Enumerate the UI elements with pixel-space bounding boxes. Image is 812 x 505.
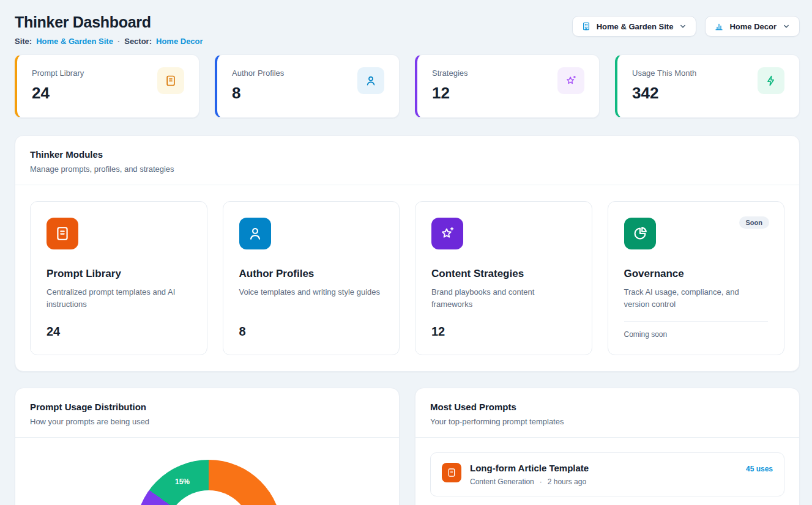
module-card-content-strategies[interactable]: Content Strategies Brand playbooks and c… bbox=[415, 201, 592, 355]
module-title: Content Strategies bbox=[431, 268, 576, 280]
modules-grid: Prompt Library Centralized prompt templa… bbox=[15, 185, 799, 371]
module-title: Author Profiles bbox=[239, 268, 384, 280]
breadcrumb: Site: Home & Garden Site · Sector: Home … bbox=[15, 37, 203, 46]
divider bbox=[624, 321, 769, 322]
module-count: 12 bbox=[431, 325, 576, 339]
donut-chart: 15% bbox=[15, 438, 399, 505]
prompt-item-meta: Content Generation · 2 hours ago bbox=[470, 477, 589, 486]
user-icon bbox=[357, 67, 384, 94]
dashboard-page: Thinker Dashboard Site: Home & Garden Si… bbox=[0, 0, 812, 505]
modules-subtitle: Manage prompts, profiles, and strategies bbox=[30, 164, 784, 174]
sector-selector-value: Home Decor bbox=[729, 22, 777, 31]
lightning-bolt-icon bbox=[758, 67, 784, 94]
site-link[interactable]: Home & Garden Site bbox=[36, 37, 113, 46]
chevron-down-icon bbox=[679, 22, 687, 31]
bottom-row: Prompt Usage Distribution How your promp… bbox=[15, 388, 800, 505]
prompt-item-text: Long-form Article Template Content Gener… bbox=[470, 463, 589, 486]
module-card-author-profiles[interactable]: Author Profiles Voice templates and writ… bbox=[223, 201, 400, 355]
modules-header: Thinker Modules Manage prompts, profiles… bbox=[15, 136, 799, 185]
module-footer: Coming soon bbox=[624, 321, 769, 339]
module-count: 8 bbox=[239, 325, 384, 339]
stats-row: Prompt Library 24 Author Profiles 8 Stra… bbox=[15, 54, 800, 118]
sparkles-icon bbox=[431, 218, 463, 249]
sparkles-icon bbox=[557, 67, 584, 94]
usage-distribution-card: Prompt Usage Distribution How your promp… bbox=[15, 388, 400, 505]
prompt-list-item[interactable]: Long-form Article Template Content Gener… bbox=[430, 452, 784, 496]
thinker-modules-panel: Thinker Modules Manage prompts, profiles… bbox=[15, 135, 800, 372]
module-count: 24 bbox=[47, 325, 191, 339]
document-icon bbox=[442, 463, 461, 482]
separator-dot: · bbox=[540, 477, 542, 486]
donut-ring: 15% bbox=[135, 460, 282, 505]
title-block: Thinker Dashboard Site: Home & Garden Si… bbox=[15, 13, 203, 46]
slice-label-green: 15% bbox=[175, 477, 190, 486]
usage-chart-title: Prompt Usage Distribution bbox=[30, 402, 384, 412]
prompt-list: Long-form Article Template Content Gener… bbox=[415, 438, 799, 505]
most-used-header: Most Used Prompts Your top-performing pr… bbox=[415, 388, 799, 438]
most-used-subtitle: Your top-performing prompt templates bbox=[430, 417, 784, 426]
modules-title: Thinker Modules bbox=[30, 149, 784, 160]
page-title: Thinker Dashboard bbox=[15, 13, 203, 31]
prompt-time: 2 hours ago bbox=[548, 477, 586, 486]
separator-dot: · bbox=[117, 37, 120, 46]
user-icon bbox=[239, 218, 271, 249]
topbar: Thinker Dashboard Site: Home & Garden Si… bbox=[15, 13, 800, 46]
usage-chart-header: Prompt Usage Distribution How your promp… bbox=[15, 388, 399, 438]
building-icon bbox=[581, 21, 591, 31]
bar-chart-icon bbox=[714, 21, 724, 31]
sector-selector-dropdown[interactable]: Home Decor bbox=[705, 16, 800, 37]
document-icon bbox=[157, 67, 184, 94]
prompt-item-title: Long-form Article Template bbox=[470, 463, 589, 473]
usage-chart-subtitle: How your prompts are being used bbox=[30, 417, 384, 426]
coming-soon-text: Coming soon bbox=[624, 330, 769, 339]
most-used-prompts-card: Most Used Prompts Your top-performing pr… bbox=[415, 388, 800, 505]
module-description: Voice templates and writing style guides bbox=[239, 286, 381, 298]
module-card-governance[interactable]: Soon Governance Track AI usage, complian… bbox=[608, 201, 785, 355]
module-description: Centralized prompt templates and AI inst… bbox=[47, 286, 188, 311]
site-selector-dropdown[interactable]: Home & Garden Site bbox=[572, 16, 697, 37]
module-title: Prompt Library bbox=[47, 268, 191, 280]
most-used-title: Most Used Prompts bbox=[430, 402, 784, 412]
module-card-prompt-library[interactable]: Prompt Library Centralized prompt templa… bbox=[30, 201, 207, 355]
stat-card-usage: Usage This Month 342 bbox=[615, 54, 800, 118]
pie-chart-icon bbox=[624, 218, 656, 249]
site-label: Site: bbox=[15, 37, 32, 46]
chevron-down-icon bbox=[782, 22, 791, 31]
sector-link[interactable]: Home Decor bbox=[156, 37, 203, 46]
soon-badge: Soon bbox=[739, 216, 770, 229]
donut-hole bbox=[166, 490, 251, 505]
prompt-uses-badge: 45 uses bbox=[746, 463, 773, 473]
stat-card-strategies: Strategies 12 bbox=[415, 54, 600, 118]
selector-group: Home & Garden Site Home Decor bbox=[572, 16, 800, 37]
site-selector-value: Home & Garden Site bbox=[597, 22, 674, 31]
module-description: Track AI usage, compliance, and version … bbox=[624, 286, 766, 311]
module-title: Governance bbox=[624, 268, 769, 280]
sector-label: Sector: bbox=[124, 37, 152, 46]
stat-card-prompt-library: Prompt Library 24 bbox=[15, 54, 199, 118]
stat-card-author-profiles: Author Profiles 8 bbox=[215, 54, 400, 118]
document-icon bbox=[47, 218, 78, 249]
prompt-category: Content Generation bbox=[470, 477, 534, 486]
module-description: Brand playbooks and content frameworks bbox=[431, 286, 573, 311]
